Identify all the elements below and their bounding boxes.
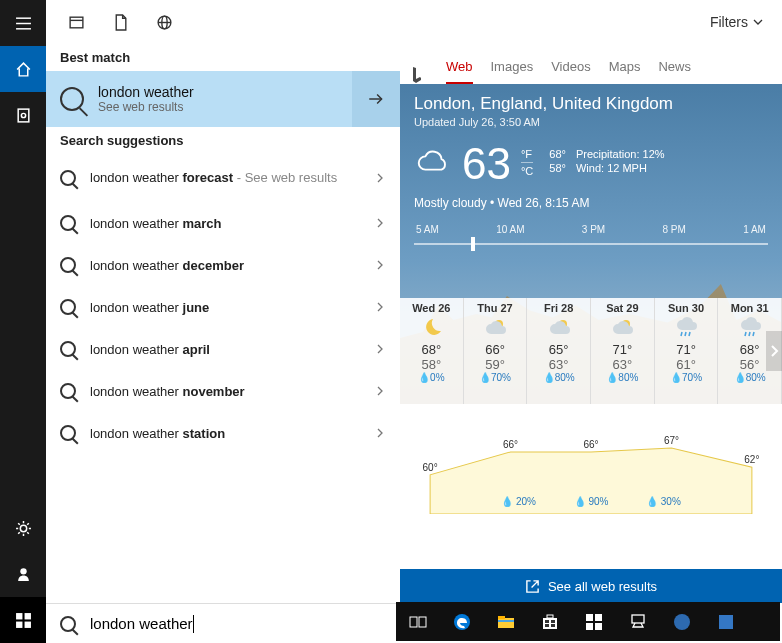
search-icon (60, 299, 76, 315)
taskbar-app2[interactable] (616, 602, 660, 641)
best-match-title: london weather (98, 84, 194, 100)
svg-rect-37 (545, 624, 549, 627)
current-temp: 63 (462, 142, 511, 186)
sidebar-feedback[interactable] (0, 551, 46, 597)
search-icon (60, 425, 76, 441)
sidebar-home[interactable] (0, 46, 46, 92)
svg-rect-10 (24, 621, 30, 627)
svg-point-5 (20, 525, 26, 531)
suggestion-item[interactable]: london weather forecast - See web result… (46, 154, 400, 202)
forecast-day[interactable]: Thu 27 66° 59° 💧70% (464, 298, 528, 404)
svg-line-20 (681, 332, 682, 336)
preview-tab-maps[interactable]: Maps (609, 59, 641, 84)
svg-point-4 (21, 113, 25, 117)
filter-web[interactable] (142, 0, 186, 44)
chevron-right-icon (374, 427, 386, 439)
chevron-right-icon (374, 172, 386, 184)
forecast-day[interactable]: Sat 29 71° 63° 💧80% (591, 298, 655, 404)
forecast-day[interactable]: Wed 26 68° 58° 💧0% (400, 298, 464, 404)
temp-hi: 68° (549, 148, 566, 160)
svg-line-22 (689, 332, 690, 336)
moon-icon (402, 314, 461, 342)
svg-point-44 (674, 614, 690, 630)
suggestion-item[interactable]: london weather march (46, 202, 400, 244)
chevron-right-icon (374, 301, 386, 313)
svg-line-24 (749, 332, 750, 336)
text-cursor (193, 615, 194, 633)
taskview-button[interactable] (396, 602, 440, 641)
start-button[interactable] (0, 597, 46, 643)
search-icon (60, 170, 76, 186)
search-icon (60, 87, 84, 111)
svg-rect-41 (586, 623, 593, 630)
chevron-right-icon (374, 259, 386, 271)
suggestion-item[interactable]: london weather april (46, 328, 400, 370)
forecast-next[interactable] (766, 331, 782, 371)
svg-line-21 (685, 332, 686, 336)
sidebar-recent[interactable] (0, 92, 46, 138)
suggestion-item[interactable]: london weather november (46, 370, 400, 412)
filter-apps[interactable] (54, 0, 98, 44)
hourly-timeline[interactable]: 5 AM10 AM3 PM8 PM1 AM (414, 224, 768, 245)
sidebar-settings[interactable] (0, 505, 46, 551)
svg-rect-43 (632, 615, 644, 623)
svg-rect-40 (595, 614, 602, 621)
svg-rect-3 (18, 109, 29, 122)
filters-dropdown[interactable]: Filters (700, 14, 774, 30)
svg-rect-45 (719, 615, 733, 629)
filter-documents[interactable] (98, 0, 142, 44)
temp-lo: 58° (549, 162, 566, 174)
chevron-right-icon (374, 343, 386, 355)
search-icon (60, 215, 76, 231)
wind-value: 12 MPH (607, 162, 647, 174)
cloud-icon (414, 150, 452, 176)
open-result-button[interactable] (352, 71, 400, 127)
taskbar-app4[interactable] (704, 602, 748, 641)
forecast-day[interactable]: Fri 28 65° 63° 💧80% (527, 298, 591, 404)
taskbar-edge[interactable] (440, 602, 484, 641)
svg-rect-7 (16, 613, 22, 619)
preview-tab-images[interactable]: Images (491, 59, 534, 84)
taskbar-app3[interactable] (660, 602, 704, 641)
best-match-result[interactable]: london weather See web results (46, 71, 400, 127)
svg-rect-42 (595, 623, 602, 630)
search-value: london weather (90, 615, 193, 632)
suggestion-item[interactable]: london weather december (46, 244, 400, 286)
preview-tab-web[interactable]: Web (446, 59, 473, 84)
temp-unit-toggle[interactable]: °F °C (521, 148, 533, 177)
menu-button[interactable] (0, 0, 46, 46)
svg-rect-28 (419, 617, 426, 627)
suggestion-item[interactable]: london weather station (46, 412, 400, 454)
svg-line-23 (745, 332, 746, 336)
preview-tab-news[interactable]: News (658, 59, 691, 84)
svg-rect-11 (70, 17, 83, 28)
cloud-sun-icon (593, 314, 652, 342)
svg-rect-31 (498, 616, 505, 619)
search-input-bar[interactable]: london weather (46, 603, 400, 643)
taskbar-app1[interactable] (572, 602, 616, 641)
cloud-sun-icon (529, 314, 588, 342)
suggestion-item[interactable]: london weather june (46, 286, 400, 328)
chevron-right-icon (374, 217, 386, 229)
svg-line-25 (753, 332, 754, 336)
svg-rect-34 (547, 615, 553, 618)
svg-rect-32 (498, 620, 514, 622)
forecast-day[interactable]: Sun 30 71° 61° 💧70% (655, 298, 719, 404)
svg-point-6 (20, 568, 26, 574)
svg-rect-35 (545, 620, 549, 623)
section-best-match: Best match (46, 44, 400, 71)
timeline-thumb[interactable] (471, 237, 475, 251)
external-link-icon (525, 579, 540, 594)
svg-rect-9 (16, 621, 22, 627)
see-all-web-results[interactable]: See all web results (400, 569, 782, 603)
taskbar-explorer[interactable] (484, 602, 528, 641)
filters-label: Filters (710, 14, 748, 30)
svg-rect-39 (586, 614, 593, 621)
svg-rect-38 (551, 624, 555, 627)
chevron-down-icon (752, 16, 764, 28)
search-icon (60, 341, 76, 357)
search-icon (60, 257, 76, 273)
taskbar-store[interactable] (528, 602, 572, 641)
preview-tab-videos[interactable]: Videos (551, 59, 591, 84)
section-suggestions: Search suggestions (46, 127, 400, 154)
